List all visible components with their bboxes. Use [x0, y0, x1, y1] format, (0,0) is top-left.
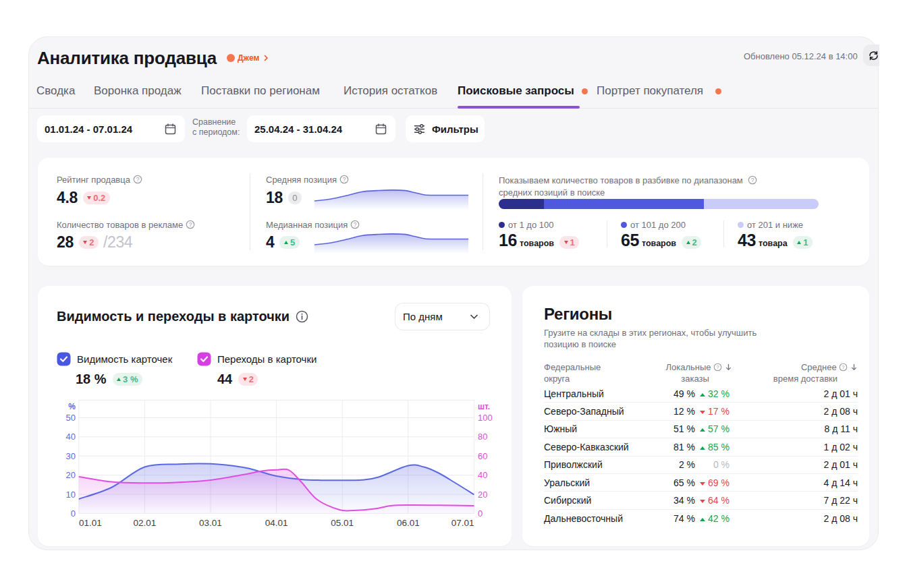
svg-text:60: 60 [478, 451, 487, 461]
svg-text:?: ? [751, 177, 754, 183]
svg-text:80: 80 [478, 432, 487, 442]
svg-text:01.01: 01.01 [79, 518, 102, 528]
svg-text:04.01: 04.01 [265, 518, 288, 528]
svg-text:20: 20 [66, 470, 76, 480]
svg-text:шт.: шт. [478, 402, 490, 411]
svg-text:?: ? [136, 176, 139, 183]
svg-text:50: 50 [66, 413, 76, 423]
svg-text:20: 20 [478, 490, 487, 500]
svg-text:10: 10 [66, 490, 76, 500]
svg-text:02.01: 02.01 [134, 518, 157, 528]
svg-text:?: ? [717, 364, 720, 370]
svg-text:?: ? [842, 364, 846, 370]
svg-text:06.01: 06.01 [397, 518, 420, 528]
svg-text:0: 0 [478, 508, 483, 519]
svg-text:30: 30 [66, 451, 76, 461]
svg-text:%: % [68, 402, 76, 411]
svg-text:?: ? [342, 176, 346, 183]
svg-text:03.01: 03.01 [199, 518, 222, 528]
svg-text:?: ? [354, 221, 357, 228]
svg-text:05.01: 05.01 [331, 518, 354, 528]
svg-text:40: 40 [478, 470, 487, 480]
svg-text:?: ? [188, 221, 192, 228]
svg-text:07.01: 07.01 [451, 518, 474, 528]
svg-text:40: 40 [66, 432, 76, 442]
svg-text:100: 100 [478, 413, 493, 423]
svg-text:0: 0 [71, 508, 76, 519]
